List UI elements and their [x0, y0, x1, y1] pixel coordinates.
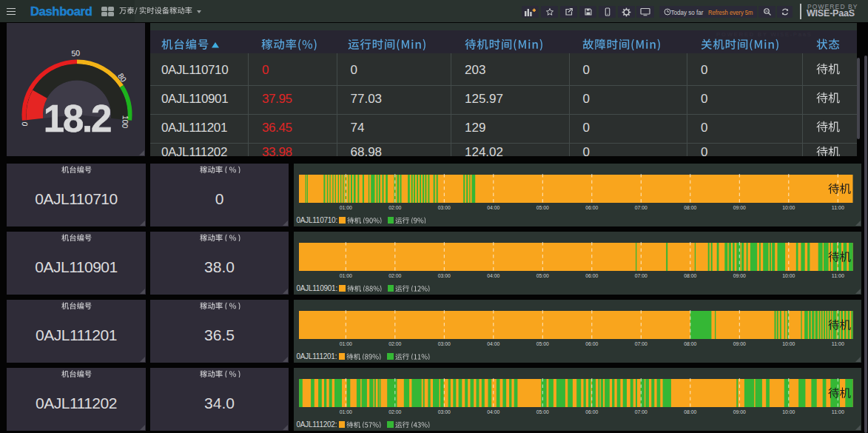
svg-text:03:00: 03:00	[438, 409, 451, 415]
svg-text:11:00: 11:00	[832, 272, 844, 279]
svg-text:01:00: 01:00	[340, 204, 352, 211]
svg-text:50: 50	[71, 48, 81, 58]
svg-text:04:00: 04:00	[487, 409, 499, 415]
svg-text:05:00: 05:00	[536, 272, 549, 279]
svg-text:05:00: 05:00	[536, 340, 549, 347]
svg-text:04:00: 04:00	[487, 204, 499, 211]
svg-text:07:00: 07:00	[635, 272, 647, 279]
svg-text:01:00: 01:00	[340, 340, 352, 347]
svg-text:03:00: 03:00	[438, 340, 451, 347]
svg-text:09:00: 09:00	[733, 409, 746, 415]
svg-text:01:00: 01:00	[340, 272, 352, 279]
svg-text:11:00: 11:00	[832, 409, 844, 415]
svg-text:06:00: 06:00	[585, 340, 598, 347]
svg-text:10:00: 10:00	[782, 340, 795, 347]
svg-text:03:00: 03:00	[438, 204, 451, 211]
svg-text:10:00: 10:00	[782, 204, 795, 211]
svg-text:08:00: 08:00	[684, 409, 696, 415]
svg-text:0: 0	[20, 121, 30, 127]
svg-text:09:00: 09:00	[733, 272, 746, 279]
svg-text:09:00: 09:00	[733, 340, 746, 347]
svg-text:Today so far: Today so far	[671, 8, 704, 16]
svg-text:05:00: 05:00	[536, 204, 549, 211]
svg-text:100: 100	[121, 115, 130, 129]
svg-text:07:00: 07:00	[635, 409, 647, 415]
svg-text:Refresh every 5m: Refresh every 5m	[708, 8, 753, 16]
svg-text:02:00: 02:00	[388, 204, 401, 211]
svg-text:07:00: 07:00	[635, 204, 647, 211]
svg-text:02:00: 02:00	[388, 272, 401, 279]
svg-text:06:00: 06:00	[585, 204, 598, 211]
svg-text:08:00: 08:00	[684, 204, 696, 211]
svg-text:10:00: 10:00	[782, 272, 795, 279]
svg-text:04:00: 04:00	[487, 272, 499, 279]
svg-text:09:00: 09:00	[733, 204, 746, 211]
svg-text:01:00: 01:00	[340, 409, 352, 415]
svg-text:07:00: 07:00	[635, 340, 647, 347]
svg-text:02:00: 02:00	[388, 340, 401, 347]
svg-text:04:00: 04:00	[487, 340, 499, 347]
svg-text:08:00: 08:00	[684, 272, 696, 279]
svg-text:06:00: 06:00	[585, 409, 598, 415]
svg-text:08:00: 08:00	[684, 340, 696, 347]
svg-text:05:00: 05:00	[536, 409, 549, 415]
svg-text:18.2: 18.2	[44, 98, 111, 140]
svg-text:10:00: 10:00	[782, 409, 795, 415]
svg-text:03:00: 03:00	[438, 272, 451, 279]
svg-text:06:00: 06:00	[585, 272, 598, 279]
svg-text:02:00: 02:00	[388, 409, 401, 415]
svg-text:11:00: 11:00	[832, 204, 844, 211]
svg-text:11:00: 11:00	[832, 340, 844, 347]
